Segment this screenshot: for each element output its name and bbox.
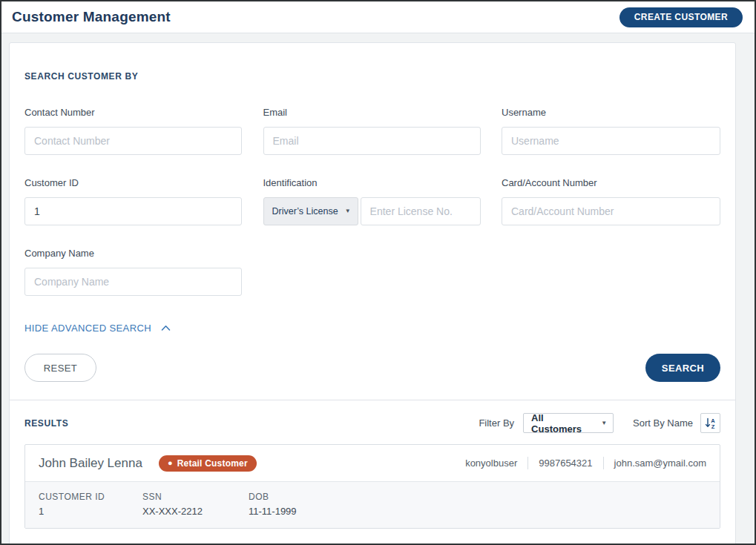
identification-type-selected: Driver’s License bbox=[272, 206, 338, 217]
results-tools: Filter By All Customers ▼ Sort By Name A… bbox=[479, 413, 720, 433]
search-button[interactable]: SEARCH bbox=[645, 354, 720, 382]
results-header: RESULTS Filter By All Customers ▼ Sort B… bbox=[24, 413, 720, 433]
search-section: SEARCH CUSTOMER BY Contact Number Email … bbox=[10, 43, 735, 400]
hide-advanced-search-label: HIDE ADVANCED SEARCH bbox=[24, 323, 151, 334]
username-field: Username bbox=[502, 107, 720, 155]
detail-value: 1 bbox=[39, 506, 142, 517]
customer-id-field: Customer ID bbox=[24, 177, 242, 225]
search-form: Contact Number Email Username Customer I… bbox=[24, 107, 720, 296]
license-number-input[interactable] bbox=[361, 197, 481, 225]
meta-divider bbox=[527, 457, 528, 469]
sort-alpha-icon: A Z bbox=[704, 417, 717, 429]
identification-field: Identification Driver’s License ▼ bbox=[263, 177, 481, 225]
customer-contact-meta: konyolbuser 9987654321 john.sam@ymail.co… bbox=[465, 457, 706, 469]
reset-button[interactable]: RESET bbox=[24, 354, 96, 382]
customer-result-card[interactable]: John Bailey Lenna ● Retail Customer kony… bbox=[24, 444, 720, 529]
detail-label: SSN bbox=[142, 492, 249, 502]
customer-id-input[interactable] bbox=[24, 197, 242, 225]
detail-dob: DOB 11-11-1999 bbox=[249, 492, 355, 517]
detail-ssn: SSN XX-XXX-2212 bbox=[142, 492, 249, 517]
customer-id-label: Customer ID bbox=[24, 177, 242, 188]
filter-selected-value: All Customers bbox=[531, 412, 594, 435]
chevron-down-icon: ▼ bbox=[601, 420, 607, 426]
customer-name: John Bailey Lenna bbox=[39, 456, 142, 471]
meta-divider bbox=[603, 457, 604, 469]
customer-phone: 9987654321 bbox=[539, 458, 592, 469]
chevron-down-icon: ▼ bbox=[345, 208, 351, 214]
hide-advanced-search-link[interactable]: HIDE ADVANCED SEARCH bbox=[24, 323, 171, 334]
search-section-title: SEARCH CUSTOMER BY bbox=[24, 71, 720, 82]
company-name-input[interactable] bbox=[24, 268, 242, 296]
svg-text:Z: Z bbox=[711, 423, 715, 429]
contact-number-input[interactable] bbox=[24, 127, 242, 155]
email-input[interactable] bbox=[263, 127, 481, 155]
contact-number-label: Contact Number bbox=[24, 107, 242, 118]
identification-label: Identification bbox=[263, 177, 481, 188]
filter-by-label: Filter By bbox=[479, 417, 514, 429]
username-input[interactable] bbox=[502, 127, 720, 155]
customer-search-panel: SEARCH CUSTOMER BY Contact Number Email … bbox=[9, 42, 736, 545]
contact-number-field: Contact Number bbox=[24, 107, 242, 155]
page-header: Customer Management CREATE CUSTOMER bbox=[1, 1, 755, 33]
card-account-number-label: Card/Account Number bbox=[502, 177, 720, 188]
card-account-number-input[interactable] bbox=[502, 197, 720, 225]
email-label: Email bbox=[263, 107, 481, 118]
customer-type-badge-label: Retail Customer bbox=[177, 458, 248, 469]
results-section: RESULTS Filter By All Customers ▼ Sort B… bbox=[10, 400, 735, 545]
detail-label: CUSTOMER ID bbox=[39, 492, 142, 502]
detail-value: XX-XXX-2212 bbox=[142, 506, 249, 517]
company-name-field: Company Name bbox=[24, 248, 242, 296]
identification-type-select[interactable]: Driver’s License ▼ bbox=[263, 197, 358, 225]
page-title: Customer Management bbox=[12, 9, 171, 25]
sort-toggle-button[interactable]: A Z bbox=[700, 413, 720, 433]
detail-label: DOB bbox=[249, 492, 355, 502]
customer-summary-row: John Bailey Lenna ● Retail Customer kony… bbox=[25, 445, 720, 481]
customer-detail-row: CUSTOMER ID 1 SSN XX-XXX-2212 DOB 11-11-… bbox=[25, 481, 720, 528]
sort-by-name-label: Sort By Name bbox=[633, 417, 693, 429]
company-name-label: Company Name bbox=[24, 248, 242, 259]
filter-customers-select[interactable]: All Customers ▼ bbox=[523, 413, 614, 433]
badge-dot-icon: ● bbox=[168, 459, 173, 467]
results-section-title: RESULTS bbox=[24, 418, 68, 429]
detail-customer-id: CUSTOMER ID 1 bbox=[39, 492, 142, 517]
chevron-up-icon bbox=[161, 325, 171, 331]
detail-value: 11-11-1999 bbox=[249, 506, 355, 517]
customer-username: konyolbuser bbox=[465, 458, 517, 469]
card-account-number-field: Card/Account Number bbox=[502, 177, 720, 225]
email-field: Email bbox=[263, 107, 481, 155]
customer-email: john.sam@ymail.com bbox=[614, 458, 706, 469]
username-label: Username bbox=[502, 107, 720, 118]
customer-type-badge: ● Retail Customer bbox=[159, 455, 257, 472]
create-customer-button[interactable]: CREATE CUSTOMER bbox=[619, 7, 743, 27]
search-actions-row: RESET SEARCH bbox=[24, 354, 720, 382]
